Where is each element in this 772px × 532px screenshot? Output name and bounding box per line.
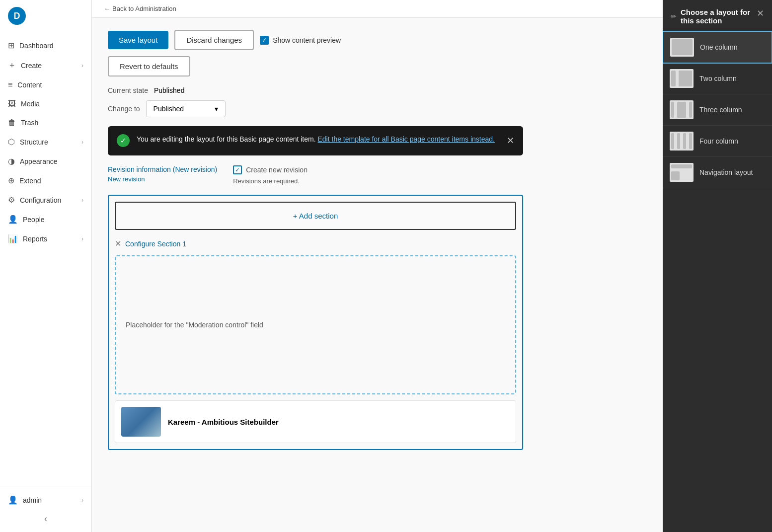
chevron-right-icon: ›: [81, 235, 83, 242]
change-to-label: Change to: [108, 105, 140, 113]
sidebar-footer: 👤 admin › ‹: [0, 486, 91, 532]
sidebar-item-media[interactable]: 🖼 Media: [0, 94, 91, 113]
back-label: Back to Administration: [112, 5, 176, 12]
main-content: ← Back to Administration Save layout Dis…: [92, 0, 663, 532]
sidebar-item-label: Trash: [21, 119, 38, 127]
alert-close-button[interactable]: ✕: [507, 134, 514, 148]
username-label: admin: [23, 496, 42, 504]
panel-close-button[interactable]: ✕: [757, 8, 764, 19]
sidebar-item-reports[interactable]: 📊 Reports ›: [0, 229, 91, 248]
profile-thumbnail: [121, 407, 161, 437]
reports-icon: 📊: [8, 234, 18, 243]
revision-section: Revision information (New revision) New …: [108, 165, 523, 185]
revision-right: ✓ Create new revision Revisions are requ…: [233, 165, 308, 185]
content-icon: ≡: [8, 80, 12, 89]
change-to-row: Change to Published ▾: [108, 100, 523, 117]
create-revision-checkbox[interactable]: ✓: [233, 165, 242, 174]
sidebar-item-content[interactable]: ≡ Content: [0, 76, 91, 94]
current-state-value: Published: [154, 86, 185, 94]
layout-option-label: Three column: [699, 106, 742, 114]
discard-changes-button[interactable]: Discard changes: [174, 30, 254, 50]
sidebar-item-create[interactable]: ＋ Create ›: [0, 55, 91, 76]
sidebar-item-label: Dashboard: [19, 42, 54, 50]
sidebar-item-structure[interactable]: ⬡ Structure ›: [0, 132, 91, 152]
layout-option-four-column[interactable]: Four column: [663, 126, 772, 157]
user-menu[interactable]: 👤 admin ›: [0, 490, 91, 510]
panel-title: Choose a layout for this section: [681, 8, 757, 25]
config-icon: ⚙: [8, 195, 15, 205]
chevron-right-icon: ›: [81, 497, 83, 504]
four-column-thumbnail: [670, 132, 694, 151]
layout-option-label: Four column: [699, 137, 738, 145]
show-preview-button[interactable]: ✓ Show content preview: [260, 36, 341, 45]
profile-name: Kareem - Ambitious Sitebuilder: [168, 418, 279, 426]
dashboard-icon: ⊞: [8, 41, 14, 50]
two-column-thumbnail: [670, 69, 694, 88]
sidebar-item-trash[interactable]: 🗑 Trash: [0, 113, 91, 132]
user-icon: 👤: [8, 495, 18, 505]
alert-box: ✓ You are editing the layout for this Ba…: [108, 126, 523, 155]
state-select-value: Published: [154, 105, 184, 113]
sidebar-item-label: Configuration: [20, 196, 61, 204]
layout-option-three-column[interactable]: Three column: [663, 94, 772, 126]
appearance-icon: ◑: [8, 156, 15, 166]
alert-check-icon: ✓: [117, 134, 130, 147]
preview-label: Show content preview: [273, 36, 341, 44]
alert-template-link[interactable]: Edit the template for all Basic page con…: [318, 135, 495, 143]
chevron-down-icon: ▾: [215, 105, 218, 113]
sidebar-nav: ⊞ Dashboard ＋ Create › ≡ Content 🖼 Media: [0, 32, 91, 486]
profile-card: Kareem - Ambitious Sitebuilder: [115, 400, 516, 443]
configure-section-row: ✕ Configure Section 1: [109, 236, 522, 251]
collapse-sidebar-button[interactable]: ‹: [0, 510, 91, 528]
topbar: ← Back to Administration: [92, 0, 663, 18]
app-logo[interactable]: D: [8, 7, 26, 25]
structure-icon: ⬡: [8, 137, 15, 147]
three-column-thumbnail: [670, 100, 694, 119]
state-select[interactable]: Published ▾: [146, 100, 226, 117]
create-revision-row: ✓ Create new revision: [233, 165, 308, 174]
sidebar-item-people[interactable]: 👤 People: [0, 210, 91, 229]
alert-message-start: You are editing the layout for this Basi…: [137, 135, 316, 143]
sidebar-item-label: Appearance: [20, 157, 58, 165]
action-buttons-row: Save layout Discard changes ✓ Show conte…: [108, 30, 523, 50]
layout-option-one-column[interactable]: One column: [663, 31, 772, 64]
create-icon: ＋: [8, 60, 16, 71]
sidebar-item-dashboard[interactable]: ⊞ Dashboard: [0, 36, 91, 55]
sidebar-item-configuration[interactable]: ⚙ Configuration ›: [0, 190, 91, 210]
extend-icon: ⊕: [8, 176, 14, 185]
layout-option-label: Two column: [699, 75, 737, 82]
trash-icon: 🗑: [8, 118, 16, 127]
right-panel: ✏ Choose a layout for this section ✕ One…: [663, 0, 772, 532]
preview-checkbox: ✓: [260, 36, 269, 45]
moderation-placeholder: Placeholder for the "Moderation control"…: [126, 321, 505, 329]
chevron-right-icon: ›: [81, 139, 83, 146]
one-column-thumbnail: [670, 38, 694, 57]
sidebar-logo: D: [0, 0, 91, 32]
layout-option-label: Navigation layout: [699, 168, 753, 176]
chevron-right-icon: ›: [81, 197, 83, 204]
save-layout-button[interactable]: Save layout: [108, 31, 168, 49]
current-state-row: Current state Published: [108, 86, 523, 94]
revert-defaults-button[interactable]: Revert to defaults: [108, 56, 190, 76]
sidebar-item-extend[interactable]: ⊕ Extend: [0, 171, 91, 190]
current-state-label: Current state: [108, 86, 148, 94]
sidebar-item-label: People: [23, 216, 45, 224]
sidebar-item-label: Media: [21, 100, 40, 108]
layout-option-label: One column: [700, 43, 737, 51]
collapse-icon: ‹: [44, 514, 47, 524]
back-arrow-icon: ←: [104, 5, 110, 12]
add-section-button[interactable]: + Add section: [115, 202, 516, 230]
new-revision-link[interactable]: New revision: [108, 175, 217, 183]
panel-title-row: ✏ Choose a layout for this section: [671, 8, 757, 25]
navigation-layout-thumbnail: [670, 163, 694, 182]
content-area: Save layout Discard changes ✓ Show conte…: [92, 18, 539, 462]
layout-option-two-column[interactable]: Two column: [663, 63, 772, 94]
section-close-icon[interactable]: ✕: [115, 239, 121, 248]
sidebar-item-appearance[interactable]: ◑ Appearance: [0, 152, 91, 171]
back-to-admin-link[interactable]: ← Back to Administration: [104, 5, 176, 12]
configure-section-link[interactable]: Configure Section 1: [125, 240, 186, 248]
create-revision-label: Create new revision: [246, 166, 308, 174]
revision-info-link[interactable]: Revision information (New revision): [108, 165, 217, 173]
layout-option-navigation[interactable]: Navigation layout: [663, 157, 772, 188]
alert-message: You are editing the layout for this Basi…: [137, 134, 500, 145]
